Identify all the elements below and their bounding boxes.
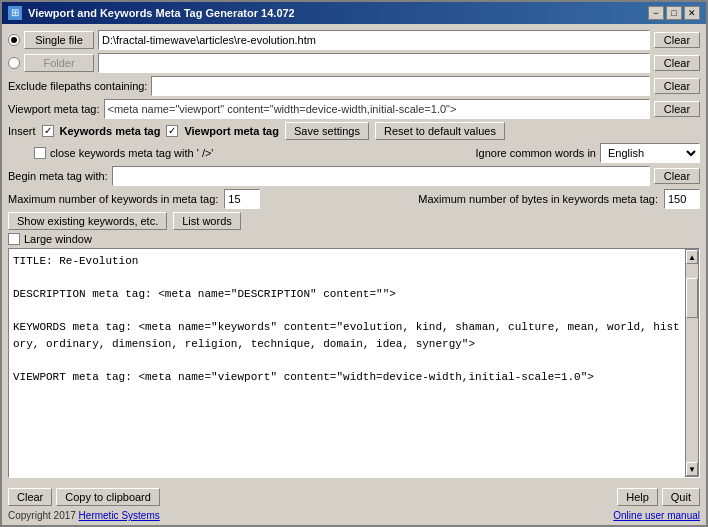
show-existing-button[interactable]: Show existing keywords, etc. (8, 212, 167, 230)
quit-button[interactable]: Quit (662, 488, 700, 506)
scrollbar[interactable]: ▲ ▼ (685, 249, 699, 477)
list-words-button[interactable]: List words (173, 212, 241, 230)
large-window-row: Large window (8, 233, 700, 245)
single-file-row: Single file Clear (8, 30, 700, 50)
folder-input[interactable] (98, 53, 650, 73)
title-bar-left: ⊞ Viewport and Keywords Meta Tag Generat… (8, 6, 295, 20)
single-file-input[interactable] (98, 30, 650, 50)
viewport-checkbox-label: Viewport meta tag (184, 125, 279, 137)
reset-default-button[interactable]: Reset to default values (375, 122, 505, 140)
clear-output-button[interactable]: Clear (8, 488, 52, 506)
single-file-button[interactable]: Single file (24, 31, 94, 49)
help-button[interactable]: Help (617, 488, 658, 506)
large-window-label: Large window (24, 233, 92, 245)
bottom-bar: Clear Copy to clipboard Help Quit (2, 484, 706, 508)
close-button[interactable]: ✕ (684, 6, 700, 20)
keywords-checkbox[interactable] (42, 125, 54, 137)
single-file-radio[interactable] (8, 34, 20, 46)
window-title: Viewport and Keywords Meta Tag Generator… (28, 7, 295, 19)
copy-clipboard-button[interactable]: Copy to clipboard (56, 488, 160, 506)
clear-single-file-button[interactable]: Clear (654, 32, 700, 48)
close-keywords-label: close keywords meta tag with ' />' (50, 147, 213, 159)
begin-label: Begin meta tag with: (8, 170, 108, 182)
exclude-input[interactable] (151, 76, 650, 96)
folder-radio[interactable] (8, 57, 20, 69)
output-text: TITLE: Re-Evolution DESCRIPTION meta tag… (9, 249, 685, 477)
scroll-up-arrow[interactable]: ▲ (686, 250, 698, 264)
title-bar: ⊞ Viewport and Keywords Meta Tag Generat… (2, 2, 706, 24)
language-select[interactable]: English French German Spanish Italian (600, 143, 700, 163)
close-keywords-row: close keywords meta tag with ' />' Ignor… (8, 143, 700, 163)
content-area: Single file Clear Folder Clear Exclude f… (2, 24, 706, 484)
online-manual-link[interactable]: Online user manual (613, 510, 700, 521)
close-keywords-checkbox[interactable] (34, 147, 46, 159)
main-window: ⊞ Viewport and Keywords Meta Tag Generat… (0, 0, 708, 527)
title-buttons: − □ ✕ (648, 6, 700, 20)
max-keywords-input[interactable] (224, 189, 260, 209)
clear-folder-button[interactable]: Clear (654, 55, 700, 71)
copyright-year: Copyright 2017 (8, 510, 76, 521)
scroll-thumb[interactable] (686, 278, 698, 318)
begin-row: Begin meta tag with: Clear (8, 166, 700, 186)
viewport-input[interactable] (104, 99, 650, 119)
save-settings-button[interactable]: Save settings (285, 122, 369, 140)
maximize-button[interactable]: □ (666, 6, 682, 20)
begin-input[interactable] (112, 166, 650, 186)
output-container: TITLE: Re-Evolution DESCRIPTION meta tag… (8, 248, 700, 478)
max-keywords-label: Maximum number of keywords in meta tag: (8, 193, 218, 205)
folder-row: Folder Clear (8, 53, 700, 73)
max-bytes-input[interactable] (664, 189, 700, 209)
folder-button[interactable]: Folder (24, 54, 94, 72)
viewport-row: Viewport meta tag: Clear (8, 99, 700, 119)
max-keywords-row: Maximum number of keywords in meta tag: … (8, 189, 700, 209)
app-icon: ⊞ (8, 6, 22, 20)
clear-exclude-button[interactable]: Clear (654, 78, 700, 94)
copyright-text: Copyright 2017 Hermetic Systems (8, 510, 160, 521)
footer: Copyright 2017 Hermetic Systems Online u… (2, 508, 706, 525)
viewport-label: Viewport meta tag: (8, 103, 100, 115)
exclude-label: Exclude filepaths containing: (8, 80, 147, 92)
viewport-checkbox[interactable] (166, 125, 178, 137)
insert-row: Insert Keywords meta tag Viewport meta t… (8, 122, 700, 140)
action-buttons-row: Show existing keywords, etc. List words (8, 212, 700, 230)
bottom-left-buttons: Clear Copy to clipboard (8, 488, 160, 506)
scrollbar-track (686, 318, 698, 462)
large-window-checkbox[interactable] (8, 233, 20, 245)
keywords-checkbox-label: Keywords meta tag (60, 125, 161, 137)
minimize-button[interactable]: − (648, 6, 664, 20)
exclude-row: Exclude filepaths containing: Clear (8, 76, 700, 96)
max-bytes-label: Maximum number of bytes in keywords meta… (418, 193, 658, 205)
clear-begin-button[interactable]: Clear (654, 168, 700, 184)
company-link[interactable]: Hermetic Systems (79, 510, 160, 521)
scroll-down-arrow[interactable]: ▼ (686, 462, 698, 476)
ignore-label: Ignore common words in (476, 147, 596, 159)
clear-viewport-button[interactable]: Clear (654, 101, 700, 117)
insert-label: Insert (8, 125, 36, 137)
bottom-right-buttons: Help Quit (617, 488, 700, 506)
